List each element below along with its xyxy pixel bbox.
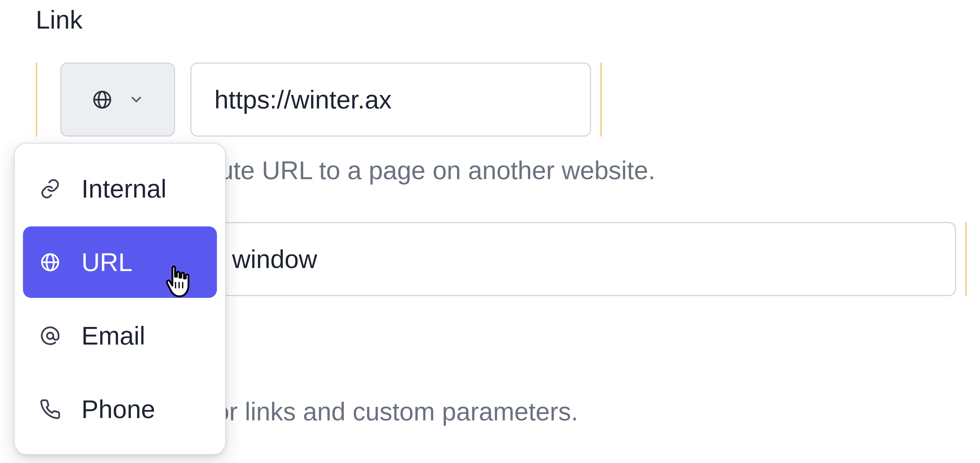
globe-icon (91, 89, 113, 110)
dropdown-item-url[interactable]: URL (23, 226, 217, 298)
link-type-dropdown: Internal URL Email (14, 143, 226, 455)
globe-icon (39, 251, 61, 273)
dropdown-item-label: Email (81, 321, 145, 350)
url-input[interactable] (190, 62, 591, 137)
change-marker-right-2 (965, 222, 967, 296)
dropdown-item-label: Internal (81, 174, 167, 204)
dropdown-item-internal[interactable]: Internal (23, 153, 217, 224)
svg-point-6 (47, 333, 53, 339)
dropdown-item-label: Phone (81, 395, 155, 424)
dropdown-item-phone[interactable]: Phone (23, 374, 217, 445)
dropdown-item-label: URL (81, 248, 132, 277)
chain-link-icon (39, 178, 61, 200)
at-sign-icon (39, 325, 61, 347)
url-input-row (36, 62, 602, 137)
change-marker-left (36, 62, 37, 137)
dropdown-item-email[interactable]: Email (23, 300, 217, 371)
phone-icon (39, 398, 61, 420)
change-marker-right (600, 62, 602, 137)
link-type-selector-button[interactable] (60, 62, 175, 137)
link-section-label: Link (36, 5, 83, 35)
chevron-down-icon (128, 92, 144, 107)
